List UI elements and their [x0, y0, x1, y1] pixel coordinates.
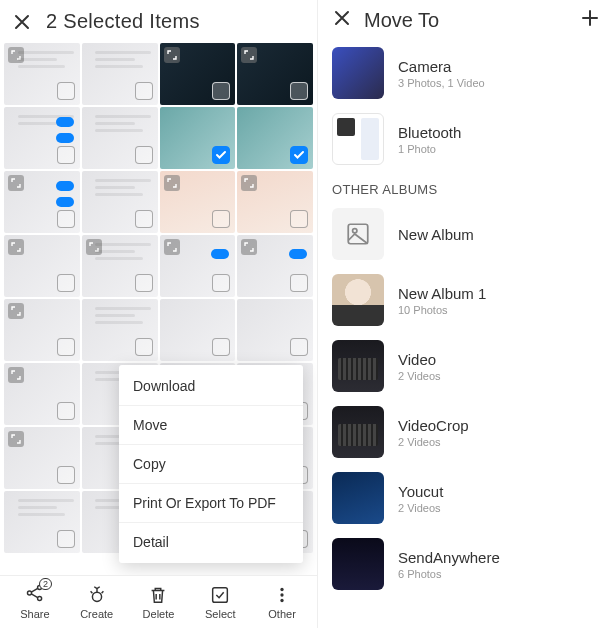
album-name: Video: [398, 351, 441, 368]
selection-title: 2 Selected Items: [46, 10, 200, 33]
select-checkbox[interactable]: [135, 146, 153, 164]
photo-thumb[interactable]: [160, 171, 236, 233]
select-checkbox[interactable]: [135, 338, 153, 356]
select-checkbox[interactable]: [57, 402, 75, 420]
expand-icon: [8, 431, 24, 447]
select-checkbox[interactable]: [57, 146, 75, 164]
album-thumb: [332, 47, 384, 99]
photo-thumb[interactable]: [82, 299, 158, 361]
album-thumb: [332, 340, 384, 392]
photo-thumb[interactable]: [4, 171, 80, 233]
select-checkbox[interactable]: [290, 274, 308, 292]
photo-thumb[interactable]: [82, 235, 158, 297]
select-button[interactable]: Select: [195, 584, 245, 620]
photo-thumb[interactable]: [4, 299, 80, 361]
select-checkbox[interactable]: [290, 82, 308, 100]
delete-button[interactable]: Delete: [133, 584, 183, 620]
select-checkbox[interactable]: [135, 274, 153, 292]
select-checkbox[interactable]: [57, 82, 75, 100]
menu-detail[interactable]: Detail: [119, 523, 303, 561]
select-checkbox[interactable]: [212, 274, 230, 292]
svg-rect-4: [213, 588, 228, 603]
menu-download[interactable]: Download: [119, 367, 303, 406]
photo-thumb[interactable]: [160, 299, 236, 361]
photo-thumb[interactable]: [237, 171, 313, 233]
album-new[interactable]: New Album: [332, 201, 600, 267]
photo-thumb[interactable]: [160, 107, 236, 169]
expand-icon: [241, 47, 257, 63]
photo-thumb[interactable]: [4, 491, 80, 553]
share-label: Share: [20, 608, 49, 620]
album-meta: 10 Photos: [398, 304, 486, 316]
menu-move[interactable]: Move: [119, 406, 303, 445]
photo-thumb[interactable]: [237, 43, 313, 105]
album-name: Bluetooth: [398, 124, 461, 141]
photo-thumb[interactable]: [82, 107, 158, 169]
svg-point-9: [353, 229, 357, 233]
select-checkbox[interactable]: [57, 274, 75, 292]
photo-thumb[interactable]: [4, 235, 80, 297]
album-name: New Album: [398, 226, 474, 243]
photo-thumb[interactable]: [237, 299, 313, 361]
add-icon[interactable]: [580, 8, 600, 32]
select-label: Select: [205, 608, 236, 620]
select-checkbox[interactable]: [212, 210, 230, 228]
album-meta: 1 Photo: [398, 143, 461, 155]
album-youcut[interactable]: Youcut 2 Videos: [332, 465, 600, 531]
photo-thumb[interactable]: [4, 427, 80, 489]
menu-copy[interactable]: Copy: [119, 445, 303, 484]
album-thumb: [332, 208, 384, 260]
photo-thumb[interactable]: [4, 107, 80, 169]
delete-label: Delete: [143, 608, 175, 620]
other-button[interactable]: Other: [257, 584, 307, 620]
select-checkbox[interactable]: [212, 82, 230, 100]
expand-icon: [241, 239, 257, 255]
photo-thumb[interactable]: [4, 363, 80, 425]
select-checkbox[interactable]: [135, 210, 153, 228]
photo-thumb[interactable]: [237, 107, 313, 169]
photo-thumb[interactable]: [4, 43, 80, 105]
select-checkbox[interactable]: [212, 338, 230, 356]
photo-thumb[interactable]: [160, 43, 236, 105]
svg-point-0: [27, 591, 31, 595]
select-checkbox[interactable]: [135, 82, 153, 100]
album-list: Camera 3 Photos, 1 Video Bluetooth 1 Pho…: [332, 40, 600, 628]
album-meta: 2 Videos: [398, 436, 469, 448]
album-bluetooth[interactable]: Bluetooth 1 Photo: [332, 106, 600, 172]
album-meta: 3 Photos, 1 Video: [398, 77, 485, 89]
menu-print[interactable]: Print Or Export To PDF: [119, 484, 303, 523]
expand-icon: [8, 367, 24, 383]
album-meta: 6 Photos: [398, 568, 500, 580]
share-button[interactable]: 2 Share: [10, 582, 60, 620]
photo-grid: Download Move Copy Print Or Export To PD…: [0, 39, 317, 575]
bottom-toolbar: 2 Share Create Delete Select Other: [0, 575, 317, 628]
photo-thumb[interactable]: [82, 171, 158, 233]
move-to-panel: Move To Camera 3 Photos, 1 Video Bluetoo…: [318, 0, 610, 628]
select-checkbox[interactable]: [57, 210, 75, 228]
album-sendanywhere[interactable]: SendAnywhere 6 Photos: [332, 531, 600, 597]
section-other-albums: OTHER ALBUMS: [332, 172, 600, 201]
select-checkbox[interactable]: [290, 210, 308, 228]
right-header: Move To: [332, 8, 600, 40]
select-checkbox[interactable]: [57, 530, 75, 548]
close-icon[interactable]: [12, 12, 32, 32]
photo-thumb[interactable]: [160, 235, 236, 297]
select-checkbox-checked[interactable]: [290, 146, 308, 164]
photo-thumb[interactable]: [82, 43, 158, 105]
album-name: VideoCrop: [398, 417, 469, 434]
select-checkbox[interactable]: [290, 338, 308, 356]
select-checkbox-checked[interactable]: [212, 146, 230, 164]
photo-thumb[interactable]: [237, 235, 313, 297]
album-video[interactable]: Video 2 Videos: [332, 333, 600, 399]
svg-point-3: [92, 592, 101, 601]
album-name: Camera: [398, 58, 485, 75]
album-camera[interactable]: Camera 3 Photos, 1 Video: [332, 40, 600, 106]
album-videocrop[interactable]: VideoCrop 2 Videos: [332, 399, 600, 465]
svg-point-2: [37, 596, 41, 600]
create-button[interactable]: Create: [72, 584, 122, 620]
album-new-1[interactable]: New Album 1 10 Photos: [332, 267, 600, 333]
other-label: Other: [268, 608, 296, 620]
select-checkbox[interactable]: [57, 466, 75, 484]
select-checkbox[interactable]: [57, 338, 75, 356]
close-icon[interactable]: [332, 8, 352, 32]
